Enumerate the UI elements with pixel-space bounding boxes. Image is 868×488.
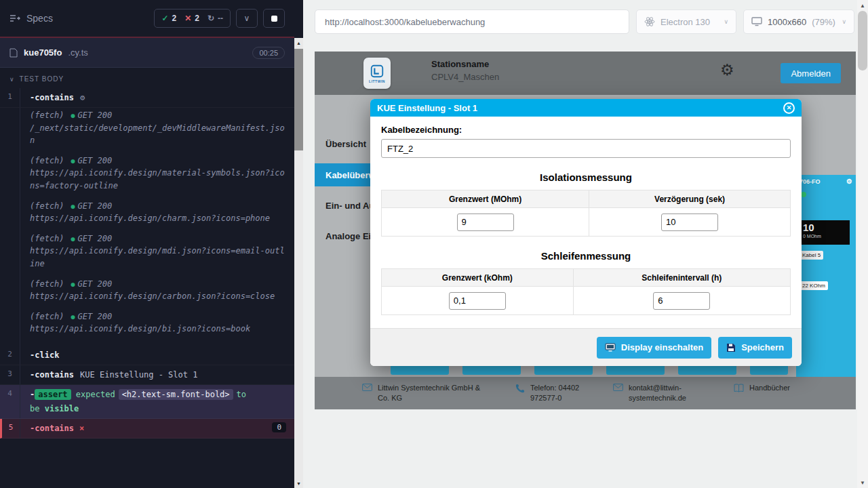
footer-email[interactable]: kontakt@littwin-systemtechnik.de <box>613 383 700 403</box>
column-header: Verzögerung (sek) <box>589 190 791 208</box>
command-name: click <box>35 350 59 360</box>
chevron-down-icon: ∨ <box>724 18 728 25</box>
settings-gear-icon[interactable]: ⚙ <box>720 62 734 78</box>
kohm-chip: 22 KOhm <box>800 281 828 290</box>
isolation-section-title: Isolationsmessung <box>381 171 791 183</box>
sidebar-scrollbar[interactable]: ▲ ▼ <box>294 38 303 488</box>
cable-name-input[interactable] <box>381 139 791 158</box>
scroll-up-icon[interactable]: ▲ <box>294 38 303 47</box>
status-dot-icon: ● <box>71 157 75 165</box>
save-button[interactable]: Speichern <box>718 337 792 359</box>
scroll-down-icon[interactable]: ▼ <box>294 479 303 488</box>
specs-toggle[interactable]: Specs <box>9 13 53 24</box>
littwin-logo: LITTWIN <box>363 58 391 89</box>
app-footer: Littwin Systemtechnik GmbH & Co. KG Tele… <box>315 377 856 409</box>
command-row[interactable]: 1 -contains⚙ <box>0 88 294 108</box>
chevron-down-icon: ∨ <box>244 14 250 23</box>
fetch-entry[interactable]: (fetch)●GET 200 https://api.iconify.desi… <box>30 278 286 303</box>
browser-select[interactable]: Electron 130 ∨ <box>636 9 736 34</box>
spec-header[interactable]: kue705fo.cy.ts 00:25 <box>0 38 294 68</box>
station-info: Stationsname CPLV4_Maschen <box>431 59 499 82</box>
command-log: 1 -contains⚙ (fetch)●GET 200 /_next/stat… <box>0 88 294 439</box>
footer-phone: Telefon: 04402 972577-0 <box>515 383 598 403</box>
cable-name-label: Kabelbezeichnung: <box>381 125 791 135</box>
specs-label: Specs <box>26 13 53 24</box>
url-bar[interactable] <box>315 9 629 34</box>
command-name: contains <box>35 93 74 102</box>
scroll-down-icon[interactable]: ▼ <box>857 477 868 488</box>
url-input[interactable] <box>325 17 619 27</box>
isolation-limit-input[interactable] <box>457 214 514 231</box>
fetch-entry[interactable]: (fetch)●GET 200 /_next/static/developmen… <box>30 109 286 147</box>
stop-button[interactable] <box>263 9 285 28</box>
chevron-down-icon: ∨ <box>9 76 15 83</box>
collapse-all-button[interactable]: ∨ <box>236 9 258 28</box>
retry-count-badge: 0 <box>272 422 286 432</box>
scrollbar-thumb[interactable] <box>294 49 303 150</box>
spec-file-icon <box>9 48 18 58</box>
fetch-url: https://api.iconify.design/bi.json?icons… <box>30 323 286 336</box>
app-header: LITTWIN Stationsname CPLV4_Maschen ⚙ Abm… <box>315 52 856 95</box>
cable-slot-panel[interactable]: 706-FO ⚙ 10 0 MOhm Kabel 5 22 KOhm <box>796 175 856 377</box>
display-icon <box>605 343 616 352</box>
suite-test-body[interactable]: ∨ TEST BODY <box>0 68 294 88</box>
column-header: Schleifenintervall (h) <box>573 269 790 287</box>
spec-name: kue705fo <box>24 47 62 58</box>
spec-extension: .cy.ts <box>68 47 87 58</box>
book-icon <box>734 384 744 392</box>
command-row[interactable]: 2 -click <box>0 346 294 365</box>
electron-icon <box>644 16 655 27</box>
status-dot-icon <box>801 192 806 197</box>
fetch-url: https://api.iconify.design/carbon.json?i… <box>30 290 286 303</box>
phone-icon <box>515 384 525 393</box>
viewport-size: 1000x660 <box>768 17 806 27</box>
viewport-select[interactable]: 1000x660 (79%) ∨ <box>743 9 854 34</box>
close-icon[interactable]: ✕ <box>783 102 795 114</box>
fetch-url: /_next/static/development/_devMiddleware… <box>30 122 286 147</box>
loop-interval-input[interactable] <box>653 292 710 310</box>
column-header: Grenzwert (MOhm) <box>382 190 589 208</box>
browser-name: Electron 130 <box>660 17 710 27</box>
command-number: 1 <box>0 88 20 107</box>
fetch-entry[interactable]: (fetch)●GET 200 https://api.iconify.desi… <box>30 155 286 192</box>
command-argument: KUE Einstellung - Slot 1 <box>80 370 197 380</box>
cable-chip: Kabel 5 <box>800 251 823 260</box>
command-name: contains <box>35 370 74 380</box>
fetch-url: https://api.iconify.design/material-symb… <box>30 167 286 192</box>
modal-header: KUE Einstellung - Slot 1 ✕ <box>370 99 802 117</box>
cross-icon: ✕ <box>184 14 191 23</box>
status-dot-icon: ● <box>71 112 75 119</box>
fetch-entry[interactable]: (fetch)●GET 200 https://api.iconify.desi… <box>30 232 286 270</box>
logout-button[interactable]: Abmelden <box>781 63 841 83</box>
display-on-button[interactable]: Display einschalten <box>597 337 711 359</box>
isolation-delay-input[interactable] <box>661 214 718 231</box>
suite-label: TEST BODY <box>20 75 64 83</box>
chevron-down-icon: ∨ <box>842 18 846 25</box>
gear-icon[interactable]: ⚙ <box>846 178 852 185</box>
fetch-entry[interactable]: (fetch)●GET 200 https://api.iconify.desi… <box>30 310 286 336</box>
command-row[interactable]: 3 -containsKUE Einstellung - Slot 1 <box>0 365 294 385</box>
reporter-header: Specs ✓2 ✕2 ↻-- ∨ <box>0 0 294 38</box>
stat-passed: ✓2 <box>161 14 176 23</box>
measurement-display: 10 0 MOhm <box>800 220 850 245</box>
command-row-assert[interactable]: 4 -assert expected<h2.text-sm.font-bold>… <box>0 385 294 419</box>
page-scrollbar[interactable]: ▲ ▼ <box>857 0 868 488</box>
command-number: 3 <box>0 365 20 384</box>
scroll-up-icon[interactable]: ▲ <box>857 0 868 11</box>
status-dot-icon: ● <box>71 313 75 321</box>
specs-list-icon <box>9 14 20 22</box>
modal-title: KUE Einstellung - Slot 1 <box>377 103 477 113</box>
fetch-entry[interactable]: (fetch)●GET 200 https://api.iconify.desi… <box>30 200 286 225</box>
loop-limit-input[interactable] <box>449 292 506 310</box>
assert-expected: expected <box>76 390 115 399</box>
refresh-icon: ↻ <box>208 14 214 23</box>
command-number: 2 <box>0 346 20 365</box>
status-dot-icon: ● <box>71 281 75 288</box>
footer-manuals-link[interactable]: Handbücher <box>734 383 790 393</box>
scrollbar-thumb[interactable] <box>858 11 867 70</box>
modal-footer: Display einschalten Speichern <box>370 328 802 366</box>
stat-failed: ✕2 <box>184 14 199 23</box>
command-number: 4 <box>0 385 20 418</box>
command-row-failed[interactable]: 5 -contains× 0 <box>0 419 294 439</box>
floppy-save-icon <box>726 343 736 352</box>
